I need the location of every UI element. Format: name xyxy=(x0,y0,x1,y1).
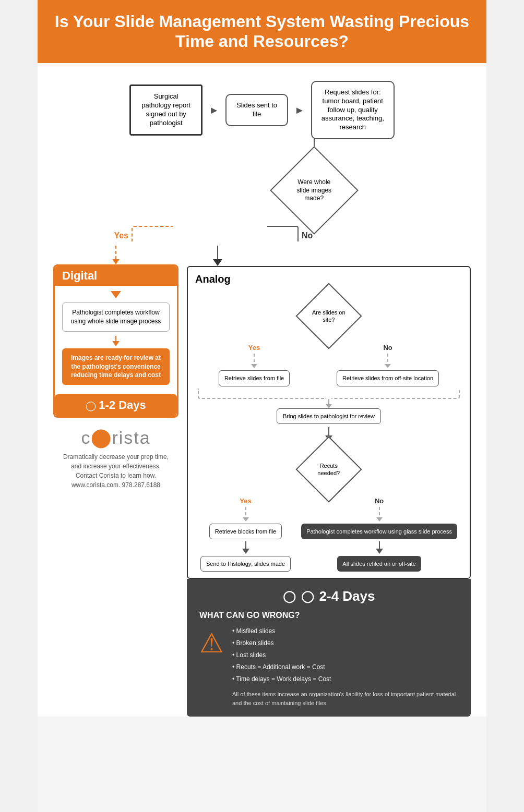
digital-label: Digital xyxy=(55,266,177,286)
days-2-4: ◯ ◯ 2-4 Days xyxy=(199,588,458,604)
arrow2: ► xyxy=(294,104,305,116)
what-can-go-wrong: WHAT CAN GO WRONG? xyxy=(199,611,458,620)
retrieve-offsite-box: Retrieve slides from off-site location xyxy=(337,370,439,386)
step1-box: Surgical pathology report signed out by … xyxy=(129,84,203,136)
corista-tagline: Dramatically decrease your prep time, an… xyxy=(63,452,169,490)
arrow1: ► xyxy=(209,104,219,116)
recuts-yes: Yes xyxy=(240,497,251,505)
slides-no: No xyxy=(383,344,392,352)
analog-diamond2-text: Recuts needed? xyxy=(311,462,347,477)
wrong-item-3: Lost slides xyxy=(232,649,458,661)
recuts-no: No xyxy=(375,497,384,505)
clock-icon-1: ◯ xyxy=(283,590,296,603)
all-slides-refiled-box: All slides refiled on or off-site xyxy=(337,556,421,572)
corista-dot: ⬤ xyxy=(91,428,112,447)
digital-box: Digital Pathologist completes workflow u… xyxy=(53,264,178,418)
digital-step1: Pathologist completes workflow using who… xyxy=(62,302,170,332)
digital-days: ◯ 1-2 Days xyxy=(55,394,177,416)
wrong-footer: All of these items increase an organizat… xyxy=(232,690,458,707)
step2-box: Slides sent to file xyxy=(225,94,288,126)
page-title: Is Your Slide Management System Wasting … xyxy=(53,11,471,52)
wrong-item-1: Misfiled slides xyxy=(232,625,458,637)
arrow-refiled xyxy=(376,541,383,554)
no-label: No xyxy=(302,231,313,240)
slides-yes: Yes xyxy=(248,344,260,352)
wrong-list: Misfiled slides Broken slides Lost slide… xyxy=(232,625,458,685)
analog-diamond1-wrap: Are slides on site? xyxy=(305,293,352,340)
corista-logo: c⬤rista xyxy=(81,427,150,448)
corista-section: c⬤rista Dramatically decrease your prep … xyxy=(63,418,169,495)
analog-diamond2-wrap: Recuts needed? xyxy=(305,446,352,493)
bottom-section: ◯ ◯ 2-4 Days WHAT CAN GO WRONG? ⚠ Misfil… xyxy=(187,579,471,717)
bring-slides-box: Bring slides to pathologist for review xyxy=(277,408,381,424)
retrieve-blocks-box: Retrieve blocks from file xyxy=(209,524,282,539)
clock-icon-2: ◯ xyxy=(301,590,314,603)
main-diamond-wrap: Were whole slide images made? xyxy=(283,156,346,225)
yes-label: Yes xyxy=(114,231,128,240)
digital-step2: Images are ready for review at the patho… xyxy=(62,348,170,385)
main-diamond-text: Were whole slide images made? xyxy=(291,178,338,203)
page-header: Is Your Slide Management System Wasting … xyxy=(38,0,486,63)
wrong-item-5: Time delays = Work delays = Cost xyxy=(232,673,458,685)
analog-box: Analog Are slides on site? Yes xyxy=(187,266,471,579)
retrieve-file-box: Retrieve slides from file xyxy=(219,370,290,386)
pathologist-glass-box: Pathologist completes workflow using gla… xyxy=(301,524,457,539)
wrong-item-2: Broken slides xyxy=(232,637,458,649)
top-flow: Surgical pathology report signed out by … xyxy=(53,81,471,139)
step3-box: Request slides for: tumor board, patient… xyxy=(311,81,395,139)
wrong-item-4: Recuts = Additional work = Cost xyxy=(232,661,458,673)
arrow-histology xyxy=(242,541,249,554)
send-histology-box: Send to Histology; slides made xyxy=(200,556,291,572)
warning-icon: ⚠ xyxy=(199,627,224,659)
two-col-layout: Digital Pathologist completes workflow u… xyxy=(53,246,471,717)
analog-diamond1-text: Are slides on site? xyxy=(311,309,347,324)
wrong-layout: ⚠ Misfiled slides Broken slides Lost sli… xyxy=(199,625,458,707)
